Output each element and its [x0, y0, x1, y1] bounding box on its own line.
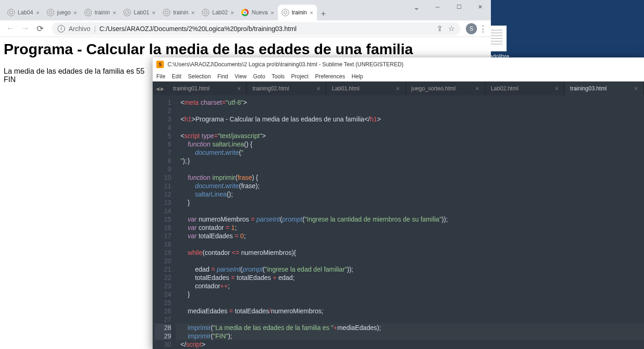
page-heading: Programa - Calcular la media de las edad… — [4, 41, 487, 58]
globe-icon — [84, 9, 92, 16]
browser-address-bar: ← → ⟳ i Archivo | C:/Users/ARAOZJ/Docume… — [0, 20, 491, 37]
browser-tab[interactable]: Nueva× — [238, 5, 277, 20]
globe-icon — [282, 9, 289, 16]
chrome-icon — [241, 9, 249, 16]
tab-label: trainin — [173, 9, 188, 16]
tab-label: trainin — [292, 9, 307, 16]
sublime-tab[interactable]: Lab02.html× — [485, 82, 565, 95]
globe-icon — [123, 9, 131, 16]
sublime-tab[interactable]: training01.html× — [167, 82, 247, 95]
tab-label: Lab04 — [18, 9, 33, 16]
url-path: C:/Users/ARAOZJ/Documents/2%20Logica%20p… — [99, 25, 296, 32]
globe-icon — [202, 9, 209, 16]
tab-label: trainin — [95, 9, 110, 16]
sublime-title-text: C:\Users\ARAOZJ\Documents\2 Logica pro\b… — [167, 61, 404, 68]
menu-file[interactable]: File — [156, 73, 165, 80]
sublime-tab-label: Lab02.html — [491, 85, 518, 92]
profile-avatar[interactable]: S — [466, 23, 477, 34]
sublime-tab-close-icon[interactable]: × — [316, 85, 320, 92]
sublime-tab-close-icon[interactable]: × — [555, 85, 559, 92]
tab-label: Nueva — [251, 9, 268, 16]
window-close-button[interactable] — [470, 0, 491, 14]
tab-label: juego — [57, 9, 71, 16]
tab-close-icon[interactable]: × — [191, 9, 195, 16]
tab-close-icon[interactable]: × — [36, 9, 39, 16]
sublime-tabs-bar: ◀ ▶ training01.html×training02.html×Lab0… — [153, 82, 644, 95]
browser-tab[interactable]: Lab01× — [120, 5, 159, 20]
menu-view[interactable]: View — [235, 73, 247, 80]
sublime-tab-close-icon[interactable]: × — [476, 85, 479, 92]
back-button[interactable]: ← — [4, 22, 17, 35]
sublime-tab-label: training03.html — [570, 85, 607, 92]
globe-icon — [47, 9, 54, 16]
window-minimize-button[interactable] — [427, 0, 448, 14]
tab-close-icon[interactable]: × — [152, 9, 156, 16]
sublime-tab-label: juego_sorteo.html — [412, 85, 456, 92]
sublime-tab[interactable]: training03.html× — [565, 82, 644, 95]
sublime-tab-close-icon[interactable]: × — [396, 85, 399, 92]
menu-selection[interactable]: Selection — [188, 73, 211, 80]
line-gutter: 1234567891011121314151617181920212223242… — [153, 95, 176, 349]
window-maximize-button[interactable] — [448, 0, 470, 14]
file-scheme-label: Archivo — [69, 25, 90, 32]
reload-button[interactable]: ⟳ — [33, 22, 46, 35]
sublime-text-window: S C:\Users\ARAOZJ\Documents\2 Logica pro… — [153, 57, 644, 349]
tab-close-icon[interactable]: × — [270, 9, 274, 16]
forward-button[interactable]: → — [19, 22, 32, 35]
window-dropdown-button[interactable] — [406, 0, 427, 14]
menu-find[interactable]: Find — [217, 73, 228, 80]
sublime-tab[interactable]: Lab01.html× — [326, 82, 406, 95]
bookmark-icon[interactable]: ☆ — [448, 24, 455, 33]
menu-preferences[interactable]: Preferences — [315, 73, 345, 80]
sublime-tab[interactable]: juego_sorteo.html× — [406, 82, 485, 95]
menu-edit[interactable]: Edit — [172, 73, 181, 80]
sublime-app-icon: S — [156, 61, 164, 68]
tab-label: Lab02 — [212, 9, 227, 16]
window-controls — [406, 0, 491, 14]
sublime-tab-label: Lab01.html — [332, 85, 359, 92]
tab-label: Lab01 — [134, 9, 149, 16]
new-tab-button[interactable]: + — [317, 7, 330, 20]
sublime-tab-label: training02.html — [252, 85, 289, 92]
tab-close-icon[interactable]: × — [73, 9, 77, 16]
sublime-titlebar: S C:\Users\ARAOZJ\Documents\2 Logica pro… — [153, 57, 644, 71]
browser-tab[interactable]: Lab04× — [4, 5, 43, 20]
browser-menu-button[interactable]: ⋮ — [479, 24, 487, 34]
browser-tab[interactable]: trainin× — [81, 5, 120, 20]
sublime-tab[interactable]: training02.html× — [247, 82, 326, 95]
browser-tab[interactable]: juego× — [43, 5, 81, 20]
browser-tab[interactable]: Lab02× — [198, 5, 238, 20]
share-icon[interactable]: ⇪ — [437, 24, 443, 33]
menu-project[interactable]: Project — [291, 73, 309, 80]
globe-icon — [163, 9, 170, 16]
sublime-tab-close-icon[interactable]: × — [634, 85, 638, 92]
sublime-tab-label: training01.html — [173, 85, 210, 92]
code-area[interactable]: <meta charset="utf-8"><h1>Programa - Cal… — [176, 95, 644, 349]
browser-tab[interactable]: trainin× — [159, 5, 198, 20]
tab-close-icon[interactable]: × — [231, 9, 234, 16]
tab-close-icon[interactable]: × — [113, 9, 116, 16]
tab-close-icon[interactable]: × — [309, 9, 313, 16]
menu-tools[interactable]: Tools — [272, 73, 285, 80]
menu-help[interactable]: Help — [352, 73, 363, 80]
globe-icon — [7, 9, 15, 16]
sublime-menubar: FileEditSelectionFindViewGotoToolsProjec… — [153, 71, 644, 82]
omnibox[interactable]: i Archivo | C:/Users/ARAOZJ/Documents/2%… — [52, 22, 460, 35]
sublime-tab-nav[interactable]: ◀ ▶ — [153, 82, 167, 95]
sublime-editor[interactable]: 1234567891011121314151617181920212223242… — [153, 95, 644, 349]
menu-goto[interactable]: Goto — [253, 73, 265, 80]
sublime-tab-close-icon[interactable]: × — [237, 85, 241, 92]
site-info-icon[interactable]: i — [58, 25, 65, 32]
browser-tab[interactable]: trainin× — [278, 5, 317, 20]
